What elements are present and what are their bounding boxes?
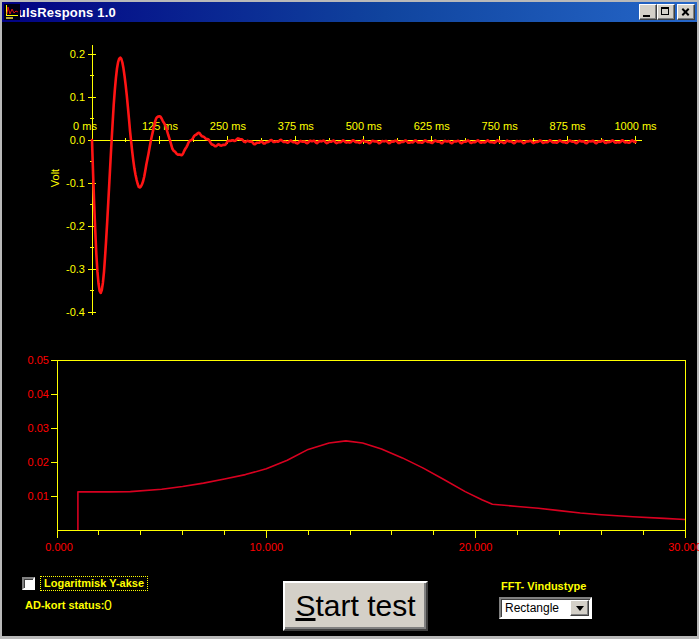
chevron-down-icon [576,606,584,611]
svg-text:-0.1: -0.1 [66,177,85,189]
svg-text:0.04: 0.04 [28,388,49,400]
ad-card-status-label: AD-kort status: [25,599,104,611]
frequency-response-chart: 0.010.020.030.040.050.00010.00020.00030.… [2,350,699,562]
svg-text:-0.4: -0.4 [66,306,85,318]
combobox-dropdown-button[interactable] [570,600,589,616]
svg-text:30.000: 30.000 [668,541,699,553]
svg-text:Volt: Volt [49,169,61,187]
logarithmic-y-axis-label: Logaritmisk Y-akse [40,576,148,591]
window-title: PulsRespons 1.0 [9,5,637,20]
close-button[interactable] [677,4,695,20]
svg-text:625 ms: 625 ms [414,120,451,132]
svg-text:0.2: 0.2 [70,48,85,60]
maximize-icon [661,7,669,15]
start-test-button-label: Start test [295,589,415,623]
svg-text:0.01: 0.01 [28,490,49,502]
svg-text:1000 ms: 1000 ms [614,120,657,132]
svg-text:-0.2: -0.2 [66,220,85,232]
svg-text:0.1: 0.1 [70,91,85,103]
svg-text:500 ms: 500 ms [346,120,383,132]
svg-text:0.0: 0.0 [70,134,85,146]
fft-window-type-label: FFT- Vindustype [501,580,586,592]
start-test-button[interactable]: Start test [283,581,428,631]
svg-text:0.05: 0.05 [28,354,49,366]
svg-text:0 ms: 0 ms [73,120,97,132]
svg-text:0.02: 0.02 [28,456,49,468]
svg-text:0.000: 0.000 [45,541,73,553]
logarithmic-y-axis-checkbox[interactable] [22,577,35,590]
ad-card-status-value: 0 [104,597,112,613]
maximize-button[interactable] [657,4,675,20]
svg-text:875 ms: 875 ms [550,120,587,132]
fft-window-type-value: Rectangle [505,601,559,615]
svg-text:125 ms: 125 ms [142,120,179,132]
app-icon [4,4,20,20]
svg-text:20.000: 20.000 [459,541,493,553]
impulse-response-chart: 0.20.10.0-0.1-0.2-0.3-0.40 ms125 ms250 m… [2,22,699,350]
minimize-button[interactable] [639,4,657,20]
svg-text:-0.3: -0.3 [66,263,85,275]
fft-window-type-combobox[interactable]: Rectangle [499,597,592,619]
svg-text:750 ms: 750 ms [482,120,519,132]
svg-text:0.03: 0.03 [28,422,49,434]
titlebar[interactable]: PulsRespons 1.0 [2,2,697,22]
minimize-icon [643,15,650,17]
svg-text:250 ms: 250 ms [210,120,247,132]
app-window: PulsRespons 1.0 0.20.10.0-0.1-0.2-0.3-0.… [0,0,699,639]
svg-text:10.000: 10.000 [250,541,284,553]
svg-text:375 ms: 375 ms [278,120,315,132]
